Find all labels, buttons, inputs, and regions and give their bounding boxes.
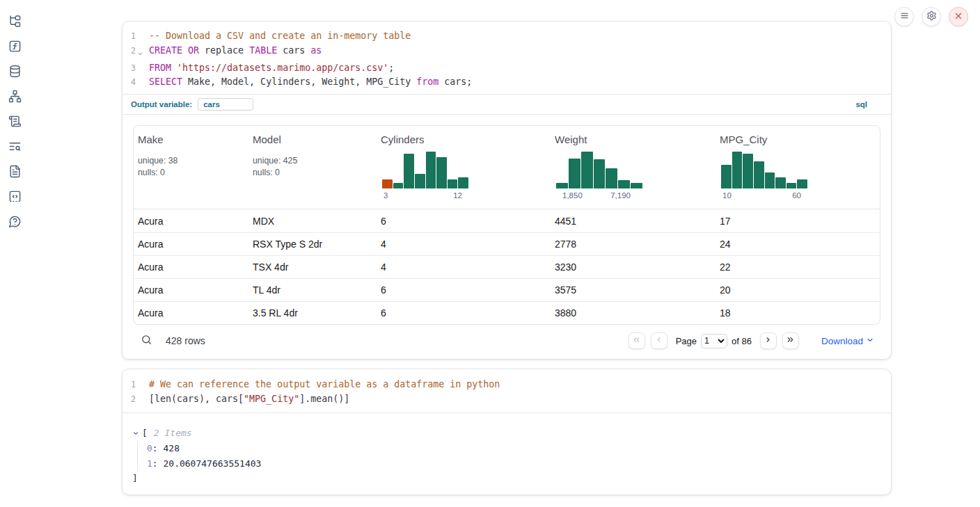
histogram-bar[interactable] — [594, 159, 606, 188]
table-cell[interactable]: 20 — [716, 284, 880, 296]
page-select[interactable]: 1 — [701, 334, 727, 348]
histogram-bar[interactable] — [382, 179, 393, 188]
column-name[interactable]: Model — [253, 134, 371, 145]
table-cell[interactable]: Acura — [134, 216, 248, 227]
page-total-label: of 86 — [732, 336, 752, 346]
table-row[interactable]: AcuraRSX Type S 2dr4277824 — [134, 232, 880, 255]
table-cell[interactable]: 6 — [377, 284, 551, 296]
histogram-bar[interactable] — [581, 152, 593, 188]
code-line[interactable]: 1# We can reference the output variable … — [122, 378, 891, 392]
column-name[interactable]: Weight — [555, 134, 710, 145]
column-name[interactable]: MPG_City — [720, 134, 874, 145]
table-cell[interactable]: MDX — [248, 216, 377, 227]
sidebar-item-documentation[interactable] — [6, 164, 23, 181]
histogram-bar[interactable] — [765, 172, 775, 188]
table-cell[interactable]: 17 — [716, 216, 880, 227]
table-cell[interactable]: 3880 — [551, 307, 716, 319]
last-page-button[interactable] — [782, 332, 799, 349]
table-row[interactable]: AcuraMDX6445117 — [134, 209, 880, 232]
table-cell[interactable]: 3230 — [551, 261, 716, 273]
table-cell[interactable]: 6 — [377, 216, 551, 227]
table-cell[interactable]: 24 — [716, 239, 880, 250]
sidebar-item-file-explorer[interactable] — [6, 14, 23, 31]
first-page-button[interactable] — [629, 332, 645, 349]
settings-button[interactable] — [922, 7, 941, 26]
table-row[interactable]: AcuraTL 4dr6357520 — [134, 278, 880, 301]
histogram-min-label: 3 — [384, 191, 388, 200]
line-number: 1 — [122, 378, 136, 392]
histogram-bar[interactable] — [732, 152, 743, 188]
sidebar-item-help[interactable] — [6, 214, 23, 231]
table-cell[interactable]: Acura — [134, 284, 248, 296]
sidebar-item-logs[interactable] — [6, 114, 23, 131]
table-cell[interactable]: 18 — [716, 307, 880, 319]
code-line[interactable]: 2CREATE OR replace TABLE cars as — [122, 44, 891, 61]
item-value: 428 — [163, 443, 179, 453]
histogram-bar[interactable] — [569, 159, 580, 188]
code-line[interactable]: 3FROM 'https://datasets.marimo.app/cars.… — [122, 61, 891, 76]
histogram-bar[interactable] — [458, 177, 468, 188]
output-variable-input[interactable] — [198, 98, 253, 111]
next-page-button[interactable] — [760, 332, 777, 349]
histogram-bar[interactable] — [415, 174, 425, 188]
table-cell[interactable]: Acura — [134, 307, 248, 319]
code-line[interactable]: 1-- Download a CSV and create an in-memo… — [122, 29, 891, 44]
table-cell[interactable]: Acura — [134, 261, 248, 273]
table-cell[interactable]: 3575 — [551, 284, 716, 296]
python-code-editor[interactable]: 1# We can reference the output variable … — [122, 369, 891, 412]
histogram-bar[interactable] — [556, 183, 568, 188]
search-button[interactable] — [138, 332, 155, 349]
table-cell[interactable]: TL 4dr — [248, 284, 377, 296]
table-cell[interactable]: RSX Type S 2dr — [248, 239, 377, 250]
table-cell[interactable]: 6 — [377, 307, 551, 319]
histogram-bar[interactable] — [393, 183, 404, 188]
column-name[interactable]: Cylinders — [381, 134, 545, 145]
histogram-bar[interactable] — [754, 161, 764, 188]
histogram-bar[interactable] — [631, 183, 642, 188]
histogram-bar[interactable] — [606, 168, 617, 188]
histogram-max-label: 7,190 — [610, 191, 631, 200]
table-cell[interactable]: 3.5 RL 4dr — [248, 307, 377, 319]
histogram-bar[interactable] — [404, 154, 414, 188]
histogram-bar[interactable] — [426, 152, 436, 188]
column-name[interactable]: Make — [138, 134, 243, 145]
menu-button[interactable] — [894, 7, 914, 26]
sidebar-item-variables[interactable] — [6, 39, 23, 56]
histogram-bar[interactable] — [797, 179, 807, 188]
chevron-down-icon — [866, 336, 874, 346]
histogram-bar[interactable] — [787, 183, 797, 188]
sidebar-item-dependency-graph[interactable] — [6, 89, 23, 106]
table-cell[interactable]: Acura — [134, 239, 248, 250]
table-cell[interactable]: 2778 — [551, 239, 716, 250]
histogram-bar[interactable] — [775, 177, 786, 188]
language-badge-sql[interactable]: sql — [855, 100, 867, 108]
shutdown-button[interactable] — [949, 7, 968, 26]
tree-collapse-chevron-icon[interactable] — [132, 430, 140, 437]
list-item: 1: 20.060747663551403 — [147, 456, 880, 472]
sidebar-item-tracing[interactable] — [6, 139, 23, 156]
histogram-bar[interactable] — [448, 179, 458, 188]
previous-page-button[interactable] — [651, 332, 667, 349]
table-cell[interactable]: 4 — [377, 239, 551, 250]
download-button[interactable]: Download — [821, 336, 874, 346]
histogram-bar[interactable] — [721, 165, 732, 188]
sidebar-item-snippets[interactable] — [6, 189, 23, 206]
table-cell[interactable]: 22 — [716, 261, 880, 273]
table-cell[interactable]: 4451 — [551, 216, 716, 227]
fold-chevron-icon[interactable] — [136, 44, 145, 61]
item-value: 20.060747663551403 — [163, 458, 261, 469]
histogram-bar[interactable] — [618, 180, 630, 188]
code-line[interactable]: 4SELECT Make, Model, Cylinders, Weight, … — [122, 75, 891, 90]
table-cell[interactable]: TSX 4dr — [248, 261, 377, 273]
sql-code-editor[interactable]: 1-- Download a CSV and create an in-memo… — [122, 22, 891, 94]
histogram-bar[interactable] — [436, 157, 447, 188]
table-cell[interactable]: 4 — [377, 261, 551, 273]
table-row[interactable]: Acura3.5 RL 4dr6388018 — [134, 301, 880, 324]
page-indicator: Page 1 of 86 — [676, 334, 752, 348]
table-row[interactable]: AcuraTSX 4dr4323022 — [134, 255, 880, 278]
histogram-bar[interactable] — [743, 154, 753, 188]
sidebar-item-data-sources[interactable] — [6, 64, 23, 81]
code-line[interactable]: 2[len(cars), cars["MPG_City"].mean()] — [122, 392, 891, 407]
line-number: 2 — [122, 44, 136, 61]
fold-spacer — [136, 29, 145, 44]
